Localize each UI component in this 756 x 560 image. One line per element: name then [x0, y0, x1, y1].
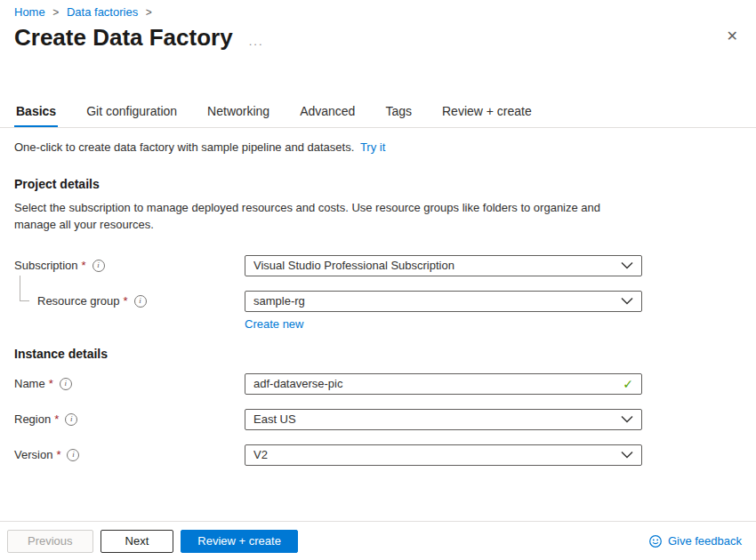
required-asterisk: *	[49, 377, 53, 390]
tab-tags[interactable]: Tags	[383, 104, 414, 127]
version-dropdown[interactable]: V2	[245, 444, 642, 466]
name-row: Name * i ✓	[0, 373, 756, 395]
tab-basics[interactable]: Basics	[14, 104, 58, 127]
resource-group-dropdown[interactable]: sample-rg	[245, 291, 642, 312]
resource-group-row: Resource group * i sample-rg	[0, 291, 756, 312]
info-icon[interactable]: i	[134, 295, 147, 308]
subscription-value: Visual Studio Professional Subscription	[253, 259, 454, 272]
subscription-label: Subscription * i	[14, 259, 245, 272]
field-label: Region	[14, 412, 51, 426]
breadcrumb-separator: >	[52, 6, 59, 19]
info-icon[interactable]: i	[60, 378, 72, 390]
instance-details-heading: Instance details	[14, 347, 742, 361]
tab-review-create[interactable]: Review + create	[440, 104, 534, 127]
try-it-link[interactable]: Try it	[360, 140, 385, 154]
give-feedback-label: Give feedback	[668, 534, 742, 548]
required-asterisk: *	[56, 448, 60, 461]
create-new-link[interactable]: Create new	[245, 317, 303, 331]
more-options-icon[interactable]: ...	[249, 35, 264, 48]
feedback-icon	[648, 534, 663, 548]
region-dropdown[interactable]: East US	[245, 409, 642, 430]
indent-connector-line	[20, 276, 29, 301]
tab-git-configuration[interactable]: Git configuration	[84, 104, 179, 127]
breadcrumb-data-factories[interactable]: Data factories	[67, 5, 138, 19]
name-field[interactable]: ✓	[245, 373, 642, 395]
name-label: Name * i	[14, 377, 245, 390]
resource-group-label: Resource group * i	[14, 294, 245, 308]
give-feedback-link[interactable]: Give feedback	[648, 534, 742, 548]
region-label: Region * i	[14, 412, 245, 426]
tab-advanced[interactable]: Advanced	[298, 104, 357, 127]
region-value: East US	[253, 412, 296, 426]
close-icon[interactable]: ✕	[723, 28, 742, 45]
page-title: Create Data Factory	[14, 24, 233, 51]
breadcrumb: Home > Data factories >	[0, 0, 756, 19]
project-details-description: Select the subscription to manage deploy…	[14, 200, 612, 234]
chevron-down-icon	[621, 261, 633, 269]
chevron-down-icon	[621, 415, 633, 423]
basics-form: Subscription * i Visual Studio Professio…	[0, 255, 756, 466]
info-icon[interactable]: i	[65, 413, 77, 426]
title-row: Create Data Factory ... ✕	[0, 19, 756, 51]
info-icon[interactable]: i	[92, 260, 105, 272]
tab-bar: Basics Git configuration Networking Adva…	[0, 104, 756, 128]
project-details-heading: Project details	[14, 177, 742, 191]
subscription-row: Subscription * i Visual Studio Professio…	[0, 255, 756, 276]
version-label: Version * i	[14, 448, 245, 461]
field-label: Resource group	[37, 294, 120, 308]
chevron-down-icon	[621, 297, 633, 305]
intro-message: One-click to create data factory with sa…	[14, 140, 354, 154]
tab-networking[interactable]: Networking	[205, 104, 271, 127]
resource-group-value: sample-rg	[253, 294, 305, 308]
review-create-button[interactable]: Review + create	[181, 530, 298, 553]
required-asterisk: *	[124, 294, 128, 308]
intro-text: One-click to create data factory with sa…	[14, 140, 742, 154]
version-value: V2	[253, 448, 268, 461]
valid-check-icon: ✓	[623, 377, 633, 391]
region-row: Region * i East US	[0, 409, 756, 430]
breadcrumb-separator: >	[146, 6, 152, 19]
name-input[interactable]	[253, 377, 615, 390]
required-asterisk: *	[82, 259, 86, 272]
previous-button[interactable]: Previous	[7, 530, 93, 553]
field-label: Name	[14, 377, 45, 390]
field-label: Subscription	[14, 259, 78, 272]
footer-bar: Previous Next Review + create Give feedb…	[0, 521, 756, 560]
breadcrumb-home[interactable]: Home	[14, 5, 45, 19]
create-data-factory-blade: Home > Data factories > Create Data Fact…	[0, 0, 756, 466]
chevron-down-icon	[621, 451, 633, 459]
required-asterisk: *	[54, 412, 59, 426]
version-row: Version * i V2	[0, 444, 756, 466]
next-button[interactable]: Next	[101, 530, 174, 553]
subscription-dropdown[interactable]: Visual Studio Professional Subscription	[245, 255, 642, 276]
info-icon[interactable]: i	[67, 449, 79, 461]
field-label: Version	[14, 448, 52, 461]
